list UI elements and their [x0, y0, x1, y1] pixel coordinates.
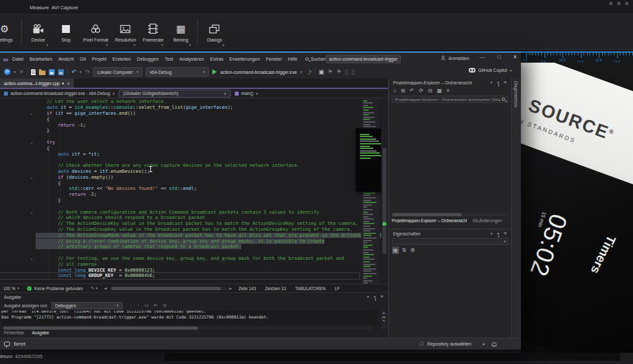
window-control-icon[interactable]	[625, 2, 628, 5]
menu-avi-capture[interactable]: AVI Capture	[51, 5, 78, 11]
close-icon[interactable]: ✕	[504, 80, 507, 85]
close-button[interactable]: ✕	[510, 54, 520, 60]
tab-ordneransicht[interactable]: Projektmappen-Explorer – Ordneransicht	[392, 218, 467, 223]
code-line[interactable]: std::cerr << "No devices found!" << std:…	[0, 186, 359, 192]
tab-fehlerliste[interactable]: Fehlerliste	[4, 330, 24, 335]
minimize-button[interactable]: —	[476, 54, 488, 60]
fold-chevron-icon[interactable]: ⌄	[28, 175, 36, 179]
chevron-down-icon[interactable]: ▾	[491, 231, 493, 235]
code-line[interactable]: ⌄ // Both camera configuration and Actio…	[0, 209, 359, 215]
fold-chevron-icon[interactable]: ⌄	[28, 140, 36, 144]
menu-projekt[interactable]: Projekt	[92, 56, 106, 62]
run-without-debug-icon[interactable]	[307, 69, 311, 74]
tab-diagnosetools[interactable]: Diagnosetools	[514, 81, 518, 107]
menu-analysieren[interactable]: Analysieren	[179, 56, 204, 62]
code-line[interactable]: // The ActionGroupMask value in the broa…	[0, 232, 359, 238]
project-dropdown[interactable]: action-command-broadcast-trigger.exe - x…	[0, 90, 119, 98]
refresh-icon[interactable]: ⟳	[419, 88, 423, 94]
chevron-down-icon[interactable]: ▾	[162, 43, 164, 47]
code-line[interactable]: }	[0, 198, 359, 204]
close-icon[interactable]: ✕	[504, 231, 507, 236]
run-icon[interactable]	[212, 69, 217, 75]
chevron-down-icon[interactable]: ▾	[17, 286, 19, 290]
history-icon[interactable]: ◷	[163, 303, 167, 308]
value-input[interactable]	[164, 352, 621, 362]
select-repository-button[interactable]: Repository auswählen	[427, 342, 471, 346]
toolbar-button-dialogs[interactable]: Dialogs▾	[200, 16, 228, 47]
chevron-down-icon[interactable]: ▾	[80, 70, 82, 74]
find-next-icon[interactable]: ↓	[130, 303, 132, 308]
collapse-all-icon[interactable]: ⊟	[428, 88, 433, 94]
scope-dropdown[interactable]: (Globaler Gültigkeitsbereich)▾	[119, 90, 231, 98]
scrollbar-thumb[interactable]	[382, 148, 386, 254]
editor-tab-active[interactable]: action-comma...t-trigger.cpp ✕	[0, 78, 74, 88]
chevron-down-icon[interactable]: ▾	[367, 295, 369, 299]
code-line[interactable]	[0, 250, 359, 256]
pin-icon[interactable]	[497, 233, 499, 235]
toolbar-button-device[interactable]: Device▾	[24, 16, 52, 47]
find-prev-icon[interactable]: ↑	[137, 303, 139, 308]
show-all-files-icon[interactable]: ▦	[437, 88, 442, 94]
editor-hscrollbar[interactable]	[109, 287, 227, 290]
save-icon[interactable]	[49, 69, 55, 75]
preview-icon[interactable]: ≡	[446, 88, 450, 94]
code-line[interactable]	[0, 203, 359, 209]
toolbar-button-binning[interactable]: ▦Binning▾	[167, 16, 195, 47]
pencil-icon[interactable]: ✎	[91, 286, 94, 291]
solution-search-box[interactable]: Projektmappen-Explorer – Ordneransicht d…	[392, 96, 508, 103]
notifications-bell-icon[interactable]	[492, 342, 497, 346]
window-control-icon[interactable]	[609, 2, 613, 5]
menu-debuggen[interactable]: Debuggen	[137, 56, 159, 62]
output-log[interactable]: Der Thread 'ic4.device_lost' (11304) hat…	[1, 311, 377, 325]
code-line[interactable]: // all cameras.	[0, 261, 359, 267]
save-all-icon[interactable]	[58, 69, 64, 75]
menu-bearbeiten[interactable]: Bearbeiten	[30, 56, 53, 62]
close-icon[interactable]: ✕	[380, 294, 384, 299]
code-line[interactable]: return -1;	[0, 122, 359, 128]
categorized-icon[interactable]: ▦	[393, 247, 398, 253]
menu-erweiterungen[interactable]: Erweiterungen	[229, 56, 260, 62]
home-icon[interactable]: ⌂	[393, 88, 396, 94]
chevron-down-icon[interactable]: ▾	[106, 43, 108, 47]
eol-indicator[interactable]: LF	[335, 286, 340, 291]
code-line[interactable]: ⌄ if (it == gige_interfaces.end())	[0, 111, 359, 117]
problems-status[interactable]: Keine Probleme gefunden	[34, 286, 83, 291]
code-line[interactable]: {	[0, 116, 359, 122]
code-line[interactable]: auto it = ic4_examples::console::select_…	[0, 105, 359, 111]
clear-all-icon[interactable]: ▭	[144, 303, 148, 308]
toolbar-button-stop[interactable]: Stop	[52, 16, 80, 47]
code-line[interactable]: return -2;	[0, 192, 359, 198]
github-copilot-button[interactable]: GitHub Copilot ▾	[469, 68, 512, 73]
menu-ansicht[interactable]: Ansicht	[58, 56, 74, 62]
fold-chevron-icon[interactable]: ⌄	[28, 111, 36, 115]
toolbar-button-pixel-format[interactable]: Pixel Format▾	[80, 16, 111, 47]
menu-test[interactable]: Test	[165, 56, 173, 62]
code-line[interactable]	[0, 157, 359, 163]
code-line[interactable]	[0, 134, 359, 140]
chevron-down-icon[interactable]: ▾	[300, 70, 302, 74]
line-indicator[interactable]: Zeile 143	[239, 286, 256, 291]
title-search-box[interactable]: action-command-broadcast-trigger	[326, 55, 401, 63]
hot-reload-icon[interactable]: ⟳	[4, 69, 11, 75]
zoom-level[interactable]: 100 %	[3, 286, 15, 291]
close-tab-icon[interactable]: ✕	[67, 81, 70, 86]
properties-object-dropdown[interactable]: ▾	[392, 238, 508, 245]
undo-icon[interactable]: ↶	[410, 88, 415, 94]
bookmark-icon[interactable]: ⚑	[328, 69, 333, 75]
configuration-dropdown[interactable]: x64-Debug▾	[146, 67, 209, 76]
code-line[interactable]: auto itf = *it;	[0, 151, 359, 157]
code-line[interactable]: // Let the user select a network interfa…	[0, 99, 359, 105]
chevron-down-icon[interactable]: ▾	[46, 43, 48, 47]
maximize-button[interactable]: □	[493, 54, 505, 60]
menu-git[interactable]: Git	[80, 56, 86, 62]
chevron-down-icon[interactable]: ▾	[14, 70, 16, 74]
menu-fenster[interactable]: Fenster	[266, 56, 282, 62]
output-scrollbar[interactable]: ▲▬▼	[381, 311, 386, 329]
code-line[interactable]: const long DEVICE_KEY = 0x00000123;	[0, 267, 359, 273]
pin-icon[interactable]	[497, 82, 499, 84]
bookmark-icon[interactable]: ⚑	[336, 69, 342, 75]
code-line[interactable]: // Check whether there are any video cap…	[0, 163, 359, 169]
tab-git-aenderungen[interactable]: Git-Änderungen	[472, 218, 501, 223]
member-dropdown[interactable]: main()▾	[231, 90, 262, 98]
menu-extras[interactable]: Extras	[210, 56, 223, 62]
